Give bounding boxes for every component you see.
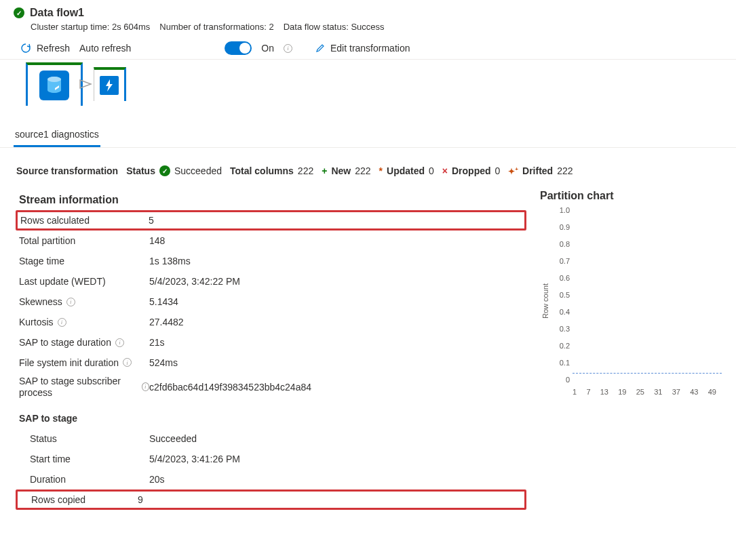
refresh-button[interactable]: Refresh	[20, 43, 70, 54]
info-icon[interactable]: i	[115, 338, 124, 347]
info-icon[interactable]: i	[123, 358, 132, 367]
rows-calculated-row: Rows calculated 5	[16, 210, 526, 231]
info-icon[interactable]: i	[284, 44, 292, 53]
auto-refresh-toggle[interactable]	[225, 41, 252, 55]
kurtosis-row: Kurtosis i 27.4482	[16, 312, 526, 332]
svg-point-1	[47, 77, 61, 82]
chart-x-tick: 13	[600, 388, 608, 396]
stream-info-heading: Stream information	[19, 194, 524, 206]
new-label: New	[331, 165, 351, 176]
total-partition-row: Total partition 148	[16, 231, 526, 251]
chart-y-axis-label: Row count	[540, 206, 551, 396]
sap-to-stage-heading: SAP to stage	[16, 408, 526, 428]
chart-x-tick: 43	[690, 388, 698, 396]
toggle-on-label: On	[261, 43, 274, 54]
auto-refresh-label: Auto refresh	[79, 43, 131, 54]
partition-chart: 1.00.90.80.70.60.50.40.30.20.10 17131925…	[552, 206, 708, 396]
flow-graph	[0, 60, 736, 108]
rows-copied-row: Rows copied 9	[16, 489, 526, 510]
database-icon	[39, 71, 69, 100]
updated-value: 0	[429, 165, 434, 176]
chart-y-tick: 1.0	[552, 206, 570, 214]
transformations-count: Number of transformations: 2	[159, 22, 273, 32]
chart-x-tick: 19	[618, 388, 626, 396]
sink-node[interactable]	[94, 67, 126, 101]
chart-y-tick: 0.4	[552, 308, 570, 316]
tab-source1-diagnostics[interactable]: source1 diagnostics	[14, 126, 100, 147]
dataflow-status: Data flow status: Success	[284, 22, 385, 32]
refresh-icon	[20, 43, 31, 54]
chart-y-tick: 0.3	[552, 325, 570, 333]
chart-x-tick: 49	[708, 388, 716, 396]
asterisk-icon: *	[379, 165, 383, 176]
sap-status-row: Status Succeeded	[16, 428, 526, 449]
pencil-icon	[315, 43, 325, 53]
chart-y-tick: 0.8	[552, 240, 570, 248]
info-icon[interactable]: i	[58, 318, 66, 327]
edit-label: Edit transformation	[330, 43, 410, 54]
bolt-icon	[100, 76, 119, 95]
fs-init-duration-row: File system init duration i 524ms	[16, 353, 526, 373]
sap-stage-duration-row: SAP to stage duration i 21s	[16, 332, 526, 353]
drifted-label: Drifted	[522, 165, 553, 176]
plus-icon: +	[322, 165, 327, 176]
status-success-icon: ✓	[159, 165, 170, 176]
x-icon: ×	[442, 165, 448, 176]
chart-y-tick: 0.5	[552, 291, 570, 299]
info-icon[interactable]: i	[142, 382, 149, 391]
sap-start-time-row: Start time 5/4/2023, 3:41:26 PM	[16, 449, 526, 469]
chart-y-tick: 0.9	[552, 223, 570, 231]
arrow-icon	[79, 77, 98, 91]
refresh-label: Refresh	[37, 43, 70, 54]
total-columns-label: Total columns	[230, 165, 294, 176]
chart-y-tick: 0.7	[552, 257, 570, 265]
status-value: Succeeded	[174, 165, 222, 176]
sap-duration-row: Duration 20s	[16, 469, 526, 489]
chart-title: Partition chart	[540, 190, 720, 202]
chart-x-tick: 1	[573, 388, 577, 396]
drift-icon: ✦+	[508, 166, 518, 176]
chart-x-tick: 37	[672, 388, 680, 396]
dropped-label: Dropped	[452, 165, 491, 176]
chart-reference-line	[573, 373, 722, 374]
chart-y-tick: 0.6	[552, 274, 570, 282]
updated-label: Updated	[387, 165, 425, 176]
success-check-icon: ✓	[14, 7, 24, 18]
sap-subscriber-process-row: SAP to stage subscriber process i c2fd6b…	[16, 373, 526, 401]
chart-y-tick: 0	[552, 376, 570, 384]
chart-y-tick: 0.1	[552, 359, 570, 367]
source-node[interactable]	[26, 62, 83, 106]
skewness-row: Skewness i 5.1434	[16, 292, 526, 312]
drifted-value: 222	[557, 165, 573, 176]
dropped-value: 0	[495, 165, 501, 176]
total-columns-value: 222	[298, 165, 313, 176]
status-label: Status	[126, 165, 155, 176]
chart-x-tick: 31	[654, 388, 662, 396]
page-title: Data flow1	[30, 7, 84, 19]
source-transformation-label: Source transformation	[16, 165, 118, 176]
last-update-row: Last update (WEDT) 5/4/2023, 3:42:22 PM	[16, 271, 526, 292]
chart-x-tick: 25	[636, 388, 644, 396]
new-value: 222	[355, 165, 370, 176]
info-icon[interactable]: i	[66, 298, 75, 306]
edit-transformation-button[interactable]: Edit transformation	[315, 43, 410, 54]
chart-x-tick: 7	[586, 388, 590, 396]
startup-time: Cluster startup time: 2s 604ms	[31, 22, 150, 32]
chart-y-tick: 0.2	[552, 342, 570, 350]
stage-time-row: Stage time 1s 138ms	[16, 251, 526, 271]
